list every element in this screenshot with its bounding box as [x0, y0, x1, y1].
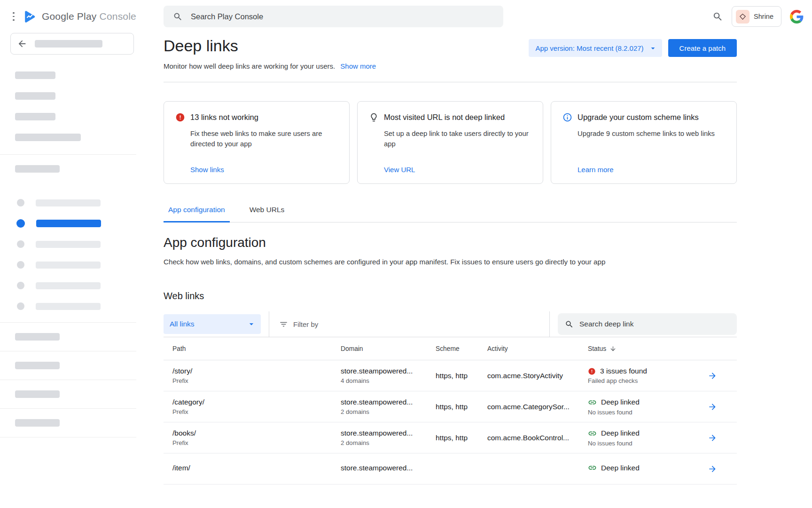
row-detail-arrow[interactable] — [708, 464, 737, 474]
sidebar-section — [0, 380, 136, 408]
global-search-icon[interactable] — [712, 11, 723, 22]
skeleton-bar — [36, 262, 101, 269]
skeleton-bar — [36, 241, 101, 248]
skeleton-bar — [15, 134, 81, 141]
sidebar-item[interactable] — [0, 234, 136, 254]
info-icon — [562, 112, 572, 122]
back-button[interactable] — [10, 33, 134, 55]
sidebar-item[interactable] — [0, 192, 136, 213]
app-name: Shrine — [754, 13, 773, 20]
view-url-link[interactable]: View URL — [384, 166, 415, 174]
nav-dot-icon — [17, 302, 24, 310]
filter-by-button[interactable]: Filter by — [279, 320, 318, 329]
deep-link-search[interactable] — [558, 313, 737, 335]
links-filter-dropdown[interactable]: All links — [164, 314, 261, 334]
card-title: Most visited URL is not deep linked — [384, 112, 505, 122]
arrow-forward-icon — [708, 433, 717, 443]
path-value: /item/ — [172, 464, 341, 472]
row-detail-arrow[interactable] — [708, 402, 737, 412]
search-input[interactable] — [191, 12, 494, 21]
sidebar-item[interactable] — [0, 296, 136, 317]
chevron-down-icon — [648, 44, 657, 53]
card-title: 13 links not working — [190, 112, 258, 122]
tab-bar: App configuration Web URLs — [164, 206, 737, 222]
play-console-app: Google Play Console — [0, 0, 812, 508]
skeleton-bar — [15, 390, 60, 398]
activity-value: com.acme.StoryActivity — [487, 372, 588, 380]
app-version-dropdown[interactable]: App version: Most recent (8.2.027) — [529, 39, 662, 57]
table-row[interactable]: /category/Prefix store.steampowered...2 … — [164, 391, 737, 422]
skeleton-bar — [36, 282, 101, 289]
play-console-logo[interactable]: Google Play Console — [22, 9, 136, 24]
page-content: Deep links App version: Most recent (8.2… — [136, 33, 812, 484]
path-value: /books/ — [172, 429, 341, 437]
column-scheme: Scheme — [436, 345, 487, 352]
create-patch-button[interactable]: Create a patch — [668, 39, 737, 57]
show-more-link[interactable]: Show more — [340, 62, 376, 70]
toolbar-separator — [269, 311, 269, 337]
skeleton-bar — [15, 362, 60, 369]
deep-link-search-input[interactable] — [579, 320, 730, 328]
section-title: App configuration — [164, 235, 737, 250]
row-detail-arrow[interactable] — [708, 433, 737, 443]
google-account-avatar[interactable] — [790, 10, 804, 24]
activity-value: com.acme.CategorySor... — [487, 403, 588, 411]
topbar: Shrine — [136, 0, 812, 33]
toolbar-separator — [549, 311, 550, 337]
tab-app-configuration[interactable]: App configuration — [164, 206, 230, 222]
skeleton-bar — [36, 303, 101, 310]
card-body: Upgrade 9 custom scheme links to web lin… — [578, 128, 725, 139]
table-row[interactable]: /item/ store.steampowered... Deep linked — [164, 453, 737, 484]
row-detail-arrow[interactable] — [708, 371, 737, 381]
divider — [164, 82, 737, 82]
divider — [0, 437, 136, 437]
scheme-value: https, http — [436, 372, 487, 380]
column-status-sort[interactable]: Status — [588, 345, 703, 352]
table-row[interactable]: /story/Prefix store.steampowered...4 dom… — [164, 360, 737, 391]
status-detail: No issues found — [588, 409, 703, 416]
arrow-forward-icon — [708, 464, 717, 474]
app-switcher[interactable]: Shrine — [732, 6, 781, 27]
sort-descending-icon — [609, 345, 617, 352]
status-value: Deep linked — [601, 429, 640, 437]
link-icon — [588, 429, 597, 438]
nav-dot-icon — [17, 261, 24, 269]
status: Deep linked — [588, 398, 703, 407]
skeleton-bar — [35, 40, 102, 48]
show-links-link[interactable]: Show links — [190, 166, 224, 174]
sidebar-item-active[interactable] — [0, 213, 136, 234]
links-filter-value: All links — [170, 320, 195, 328]
status-value: Deep linked — [601, 398, 640, 406]
sidebar: Google Play Console — [0, 0, 136, 508]
logo-suffix: Console — [100, 11, 136, 22]
search-icon — [173, 12, 183, 22]
error-icon — [175, 112, 185, 122]
status-detail: Failed app checks — [588, 377, 703, 384]
tab-web-urls[interactable]: Web URLs — [245, 206, 289, 222]
learn-more-link[interactable]: Learn more — [578, 166, 614, 174]
subtitle-text: Monitor how well deep links are working … — [164, 62, 335, 70]
topbar-right: Shrine — [712, 6, 804, 27]
status-value: Deep linked — [601, 464, 640, 472]
console-search[interactable] — [164, 6, 503, 27]
path-value: /category/ — [172, 398, 341, 406]
web-links-title: Web links — [164, 291, 737, 302]
table-row[interactable]: /books/Prefix store.steampowered...2 dom… — [164, 422, 737, 453]
sidebar-item[interactable] — [0, 254, 136, 275]
sidebar-section — [0, 154, 136, 183]
arrow-forward-icon — [708, 402, 717, 412]
table-header: Path Domain Scheme Activity Status — [164, 337, 737, 360]
menu-icon[interactable] — [13, 12, 15, 21]
skeleton-bar — [36, 220, 101, 227]
card-body: Fix these web links to make sure users a… — [190, 128, 338, 149]
status: 3 issues found — [588, 367, 703, 375]
sidebar-section — [0, 322, 136, 351]
card-links-not-working: 13 links not working Fix these web links… — [164, 101, 350, 184]
sidebar-item[interactable] — [0, 275, 136, 296]
search-icon — [565, 320, 574, 329]
status-detail: No issues found — [588, 440, 703, 447]
google-g-icon — [790, 10, 804, 24]
logo-text: Google Play Console — [42, 11, 136, 22]
back-arrow-icon — [17, 39, 27, 49]
chevron-down-icon — [247, 319, 256, 329]
